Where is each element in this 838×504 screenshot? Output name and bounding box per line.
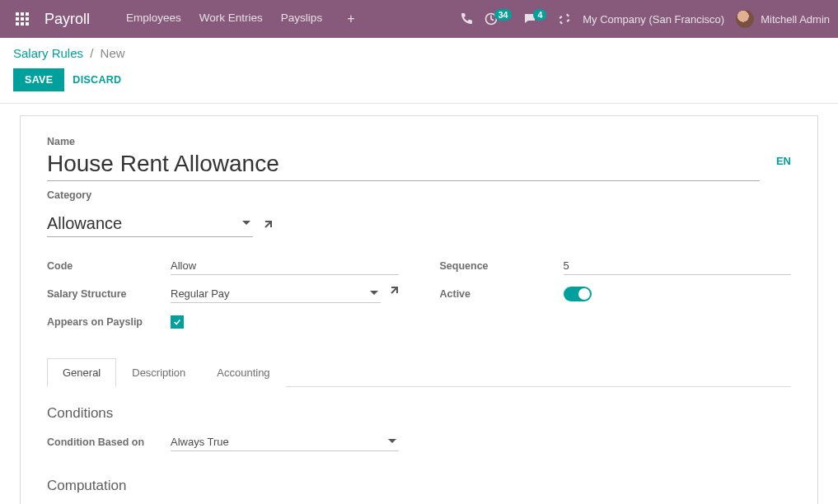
computation-title: Computation bbox=[47, 478, 791, 494]
chevron-down-icon bbox=[387, 436, 397, 449]
code-input[interactable] bbox=[171, 257, 399, 275]
breadcrumb-separator: / bbox=[90, 46, 93, 60]
nav-add-icon[interactable]: + bbox=[339, 8, 363, 30]
activities-badge: 34 bbox=[494, 9, 513, 21]
svg-rect-3 bbox=[16, 17, 19, 21]
condition-based-input[interactable] bbox=[171, 433, 399, 451]
svg-rect-0 bbox=[16, 12, 19, 16]
structure-input[interactable] bbox=[171, 285, 381, 303]
svg-rect-2 bbox=[26, 12, 29, 16]
nav-employees[interactable]: Employees bbox=[124, 8, 183, 30]
save-button[interactable]: SAVE bbox=[13, 68, 64, 91]
code-label: Code bbox=[47, 260, 171, 272]
phone-icon[interactable] bbox=[460, 12, 473, 26]
discuss-badge: 4 bbox=[533, 9, 546, 21]
chevron-down-icon bbox=[241, 218, 251, 231]
sequence-label: Sequence bbox=[440, 260, 564, 272]
condition-based-label: Condition Based on bbox=[47, 436, 171, 448]
tab-description[interactable]: Description bbox=[116, 358, 201, 387]
svg-rect-1 bbox=[21, 12, 24, 16]
category-select[interactable]: Allowance bbox=[47, 212, 253, 237]
category-value: Allowance bbox=[47, 212, 253, 237]
discard-button[interactable]: DISCARD bbox=[73, 74, 121, 86]
svg-rect-4 bbox=[21, 17, 24, 21]
username: Mitchell Admin bbox=[761, 13, 830, 26]
company-switcher[interactable]: My Company (San Francisco) bbox=[583, 13, 724, 26]
breadcrumb: Salary Rules / New bbox=[13, 46, 825, 60]
active-toggle[interactable] bbox=[564, 287, 592, 301]
activities-icon[interactable]: 34 bbox=[485, 12, 513, 26]
chevron-down-icon bbox=[369, 288, 379, 301]
active-label: Active bbox=[440, 288, 564, 300]
structure-label: Salary Structure bbox=[47, 288, 171, 300]
discuss-icon[interactable]: 4 bbox=[523, 12, 546, 26]
nav-work-entries[interactable]: Work Entries bbox=[198, 8, 265, 30]
debug-icon[interactable] bbox=[558, 12, 571, 26]
tab-general[interactable]: General bbox=[47, 358, 116, 387]
name-label: Name bbox=[47, 136, 791, 147]
name-input[interactable] bbox=[47, 149, 760, 181]
svg-rect-7 bbox=[21, 22, 24, 26]
external-link-icon[interactable] bbox=[263, 220, 273, 232]
structure-select[interactable] bbox=[171, 285, 381, 303]
appears-checkbox[interactable] bbox=[171, 315, 184, 329]
svg-rect-5 bbox=[26, 17, 29, 21]
apps-icon[interactable] bbox=[13, 10, 31, 28]
appears-label: Appears on Payslip bbox=[47, 316, 171, 328]
nav-payslips[interactable]: Payslips bbox=[279, 8, 324, 30]
breadcrumb-root[interactable]: Salary Rules bbox=[13, 46, 83, 60]
form-sheet: Name EN Category Allowance Code Salar bbox=[20, 115, 818, 504]
translate-button[interactable]: EN bbox=[776, 155, 791, 167]
user-menu[interactable]: Mitchell Admin bbox=[736, 10, 830, 28]
avatar bbox=[736, 10, 754, 28]
breadcrumb-current: New bbox=[101, 46, 125, 60]
condition-based-select[interactable] bbox=[171, 433, 399, 451]
svg-rect-8 bbox=[26, 22, 29, 26]
external-link-icon[interactable] bbox=[389, 286, 399, 298]
conditions-title: Conditions bbox=[47, 405, 791, 422]
category-label: Category bbox=[47, 189, 791, 201]
tab-accounting[interactable]: Accounting bbox=[201, 358, 285, 387]
sequence-input[interactable] bbox=[564, 257, 792, 275]
svg-rect-6 bbox=[16, 22, 19, 26]
notebook-tabs: General Description Accounting bbox=[47, 357, 791, 387]
app-brand[interactable]: Payroll bbox=[44, 11, 90, 28]
